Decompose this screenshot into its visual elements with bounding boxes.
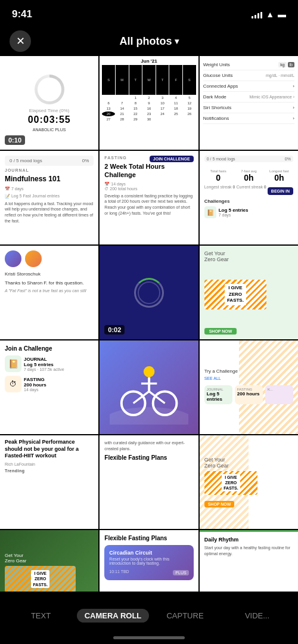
tab-text[interactable]: TEXT	[5, 609, 77, 623]
header-title: All photos ▾	[120, 35, 179, 48]
ad-right-stripes: I GIVEZEROFASTS.	[204, 471, 258, 495]
grid-cell-challenge2[interactable]: FASTING 2 Week Total Hours Challenge 📅 1…	[100, 151, 198, 244]
shop-now-button-right[interactable]: SHOP NOW	[204, 501, 235, 507]
flex-plans-label: Flexible Fasting Plans	[104, 535, 193, 541]
grid-cell-ad-right[interactable]: Get YourZero Gear I GIVEZEROFASTS. SHOP …	[200, 435, 298, 529]
grid-cell-ad-green[interactable]: Get YourZero Gear I GIVEZEROFASTS. SHOP …	[200, 246, 298, 339]
grid-cell-user[interactable]: Kristi Storoschuk Thanks to Sharon F. fo…	[0, 246, 98, 339]
join-challenge-button[interactable]: JOIN CHALLENGE	[150, 156, 194, 162]
user-name-label: Kristi Storoschuk	[5, 271, 41, 277]
user-question: Thanks to Sharon F. for this question.	[5, 280, 84, 286]
status-bar: 9:41 ▲ ▬	[0, 0, 298, 26]
join-section-title: Join a Challenge	[5, 345, 94, 352]
fasting-hours-card: FASTING 200 hours	[235, 385, 263, 404]
cal-day-header: S	[102, 65, 115, 95]
tab-video[interactable]: VIDE...	[221, 609, 293, 623]
grid-cell-daily[interactable]: Daily Rhythm Start your day with a healt…	[200, 530, 298, 592]
settings-row-glucose: Glucose Units mg/dL · mmol/L	[203, 70, 294, 81]
cal-day-header: T	[129, 65, 142, 95]
calendar-header: Jun '21	[102, 58, 195, 64]
hours-challenge-icon: ⏱	[5, 376, 21, 392]
close-button[interactable]: ✕	[10, 30, 31, 52]
journal-text: A lot happens during a fast. Tracking yo…	[5, 201, 94, 224]
elapsed-label: Elapsed Time (0%)	[29, 108, 70, 113]
circadian-card[interactable]: Circadian Circuit Reset your body's cloc…	[104, 545, 193, 580]
plus-badge: PLUS	[173, 570, 188, 575]
stats-grid: Total fasts 0 7-fast avg 0h Longest fast…	[204, 169, 293, 182]
grid-cell-calendar[interactable]: Jun '21 S M T W T F S 1 2 3 4 5 6 7 8 9 …	[100, 56, 198, 150]
hours-row: ⏱ FASTING 200 hours 14 days	[5, 376, 94, 392]
calendar-grid: S M T W T F S 1 2 3 4 5 6 7 8 9 10 11 12…	[102, 65, 195, 122]
svg-point-2	[144, 366, 155, 377]
grid-cell-video-timer[interactable]: 0:02	[100, 246, 198, 339]
grid-cell-ad-bottom-left[interactable]: Get YourZero Gear I GIVEZEROFASTS. SHOP …	[0, 530, 98, 592]
challenge-meta: 📅 14 days ⏱ 200 total hours	[104, 182, 193, 191]
ad-badge-text: I GIVEZEROFASTS.	[225, 284, 246, 305]
settings-row-siri: Siri Shortcuts ›	[203, 103, 294, 113]
grid-cell-settings[interactable]: Weight Units kg lb Glucose Units mg/dL ·…	[200, 56, 298, 150]
cycling-illustration	[110, 350, 188, 425]
svg-point-7	[110, 407, 188, 425]
settings-row-notif: Notifications ›	[203, 113, 294, 124]
progress-ring	[35, 75, 64, 104]
bottom-tabs: TEXT CAMERA ROLL CAPTURE VIDE...	[0, 592, 298, 636]
peak-author: Rich LaFountain	[5, 462, 94, 466]
grid-cell-ad-striped[interactable]: Try a Challenge SEE ALL JOURNAL Log 5ent…	[200, 340, 298, 434]
mood-bar: 0 / 5 mood logs 0%	[5, 156, 94, 166]
cal-day-header: T	[156, 65, 169, 95]
grid-cell-journal1[interactable]: 0 / 5 mood logs 0% JOURNAL Mindfulness 1…	[0, 151, 98, 244]
weight-button[interactable]: BEGIN IN	[268, 187, 293, 195]
avatar-user	[25, 250, 42, 267]
status-time: 9:41	[12, 8, 32, 20]
grid-cell-join-challenge[interactable]: Join a Challenge 📔 JOURNAL Log 5 entries…	[0, 340, 98, 434]
cal-day-header: S	[183, 65, 196, 95]
grid-cell-flex-plans[interactable]: Flexible Fasting Plans Circadian Circuit…	[100, 530, 198, 592]
signal-icon	[252, 10, 262, 18]
settings-row-apps: Connected Apps ›	[203, 81, 294, 92]
cal-day-header: F	[169, 65, 182, 95]
challenges-label: Challenges	[204, 199, 293, 204]
tab-camera-roll[interactable]: CAMERA ROLL	[77, 609, 149, 623]
fasting-challenge-name: FASTING	[24, 377, 94, 382]
log-entries-label: Log 5 entries	[219, 208, 249, 213]
wifi-icon: ▲	[266, 10, 274, 19]
challenge-icon: 📔	[204, 206, 216, 218]
extra-card: K...	[265, 385, 293, 404]
video-time-badge: 0:02	[104, 325, 125, 335]
circadian-desc: Reset your body's clock with this introd…	[109, 557, 188, 565]
grid-cell-peak[interactable]: Peak Physical Performance should not be …	[0, 435, 98, 529]
daily-rhythm-desc: Start your day with a healthy fasting ro…	[204, 545, 293, 557]
settings-row-dark: Dark Mode Mimic iOS Appearance ›	[203, 92, 294, 103]
user-note: A "Fat Fast" is not a true fast as you c…	[5, 289, 86, 293]
header-title-text: All photos	[120, 35, 172, 48]
grid-cell-timer1[interactable]: Elapsed Time (0%) 00:03:55 ANABOLIC PLUS…	[0, 56, 98, 150]
journal-title: Mindfulness 101	[5, 175, 94, 184]
ad-pre-text: Get YourZero Gear	[204, 250, 229, 262]
ad-right-label: Get YourZero Gear	[204, 457, 293, 469]
grid-cell-stats[interactable]: 0 / 5 mood logs 0% Total fasts 0 7-fast …	[200, 151, 298, 244]
grid-cell-text-guide[interactable]: with curated daily guidance with our exp…	[100, 435, 198, 529]
grid-cell-cycling[interactable]	[100, 340, 198, 434]
challenge-title: 2 Week Total Hours Challenge	[104, 162, 193, 179]
journal-challenge-name: JOURNAL	[24, 357, 94, 362]
circadian-title: Circadian Circuit	[109, 550, 188, 556]
ad-stripes: I GIVEZEROFASTS.	[204, 280, 267, 309]
ad-bottom-pre: Get YourZero Gear	[5, 553, 94, 564]
try-challenge-label: Try a Challenge	[204, 369, 293, 374]
log-entries-card: JOURNAL Log 5entries	[204, 385, 232, 404]
fasting-sub: 14 days	[24, 388, 94, 392]
see-all-link[interactable]: SEE ALL	[204, 376, 293, 380]
status-icons: ▲ ▬	[252, 10, 286, 19]
fasting-hours: 200 hours	[24, 382, 94, 388]
circadian-time: 10:11 TBD	[109, 569, 129, 574]
chevron-down-icon[interactable]: ▾	[175, 36, 179, 46]
daily-rhythm-title: Daily Rhythm	[204, 537, 293, 543]
settings-row-weight: Weight Units kg lb	[203, 60, 294, 70]
avatar-goal	[5, 250, 21, 267]
peak-title: Peak Physical Performance should not be …	[5, 439, 94, 460]
journal-challenge-icon: 📔	[5, 355, 21, 372]
log-entries-challenge: Log 5 entries	[24, 362, 94, 367]
video-ring	[134, 278, 164, 308]
tab-capture[interactable]: CAPTURE	[149, 609, 221, 623]
shop-now-button[interactable]: SHOP NOW	[204, 328, 237, 335]
